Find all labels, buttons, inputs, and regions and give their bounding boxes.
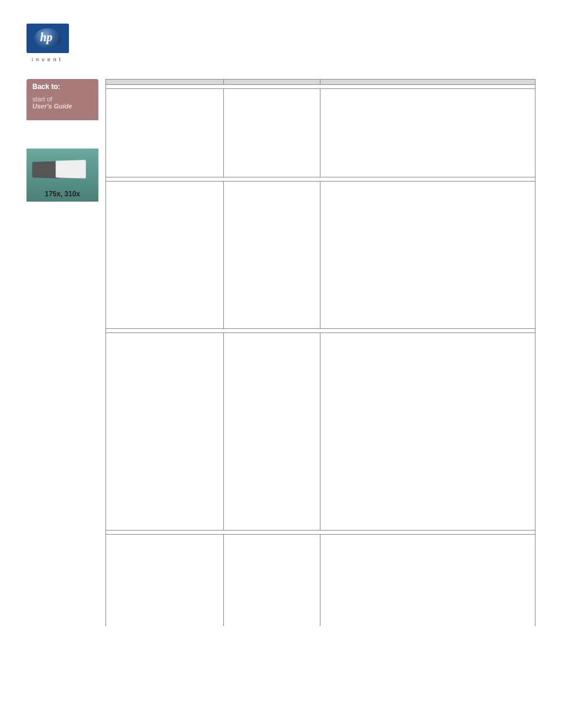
data-row-1 [106,89,535,177]
cell-4-3 [320,535,535,626]
cell-3-2 [224,333,320,531]
main-table [105,79,535,626]
back-title: Back to: [32,83,92,91]
table-header-3 [320,80,535,85]
cell-2-1 [106,182,224,329]
cell-1-3 [320,89,535,177]
section-row-1 [106,85,535,89]
hp-invent-text: invent [32,57,64,62]
section-row-3 [106,329,535,333]
data-row-3 [106,333,535,531]
section-row-2 [106,177,535,182]
hp-logo-box [27,24,69,53]
product-image[interactable]: 175x, 310x [27,149,98,202]
back-line1: start of [32,95,92,103]
cell-1-2 [224,89,320,177]
sidebar: Back to: start of User's Guide 175x, 310… [27,79,98,626]
data-row-2 [106,182,535,329]
page-header: invent [27,24,535,62]
device-light-icon [56,160,86,178]
back-subtitle: start of User's Guide [32,95,92,110]
content-row: Back to: start of User's Guide 175x, 310… [27,79,535,626]
cell-4-2 [224,535,320,626]
main-content [105,79,535,626]
page-root: invent Back to: start of User's Guide 17… [0,0,562,650]
table-header-2 [224,80,320,85]
back-to-button[interactable]: Back to: start of User's Guide [27,79,98,120]
hp-logo-icon [34,28,61,48]
cell-2-2 [224,182,320,329]
cell-3-3 [320,333,535,531]
cell-4-1 [106,535,224,626]
section-row-4 [106,531,535,535]
cell-1-1 [106,89,224,177]
table-header-row [106,80,535,85]
table-header-1 [106,80,224,85]
product-label: 175x, 310x [27,190,98,198]
hp-logo: invent [27,24,69,62]
cell-3-1 [106,333,224,531]
cell-2-3 [320,182,535,329]
back-line2: User's Guide [32,103,92,110]
data-row-4 [106,535,535,626]
